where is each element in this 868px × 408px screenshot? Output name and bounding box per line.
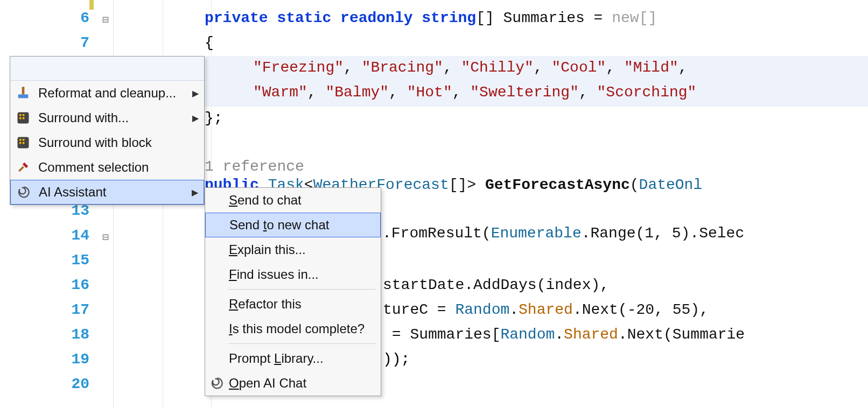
- menu-item-label: Find issues in...: [229, 267, 373, 282]
- menu-item-label: Send to new chat: [229, 217, 373, 233]
- svg-rect-15: [23, 142, 25, 144]
- submenu-arrow-icon: ▶: [192, 88, 199, 99]
- svg-rect-10: [23, 117, 25, 119]
- menu-item-label: Send to chat: [229, 193, 373, 208]
- code-text: ));: [383, 351, 868, 368]
- code-text: "Warm", "Balmy", "Hot", "Sweltering", "S…: [253, 84, 868, 101]
- code-text: "Freezing", "Bracing", "Chilly", "Cool",…: [253, 59, 868, 76]
- submenu-item-send-to-new-chat[interactable]: Send to new chat: [205, 213, 381, 237]
- menu-item-label: Prompt Library...: [229, 351, 373, 366]
- menu-item-surround-with-block[interactable]: Surround with block: [10, 130, 204, 155]
- svg-rect-9: [19, 117, 22, 119]
- line-number: 16: [46, 277, 89, 293]
- menu-item-label: AI Assistant: [39, 185, 196, 200]
- code-text: private static readonly string[] Summari…: [205, 10, 868, 26]
- fold-toggle[interactable]: ⊟: [100, 13, 111, 26]
- menu-item-surround-with-[interactable]: Surround with...▶: [10, 105, 204, 130]
- line-number: 17: [46, 301, 89, 318]
- svg-rect-5: [22, 87, 25, 94]
- menu-separator: [229, 343, 375, 344]
- menu-item-reformat-and-cleanup-[interactable]: Reformat and cleanup...▶: [10, 81, 204, 105]
- broom-icon: [16, 86, 31, 101]
- menu-item-label: Comment selection: [38, 160, 197, 175]
- submenu-item-refactor-this[interactable]: Refactor this: [205, 292, 381, 316]
- submenu-arrow-icon: ▶: [192, 187, 198, 198]
- menu-item-label: Is this model complete?: [229, 321, 373, 336]
- line-number: 18: [46, 326, 89, 343]
- submenu-item-explain-this-[interactable]: Explain this...: [205, 237, 381, 262]
- grid-icon: [16, 135, 31, 150]
- svg-rect-13: [23, 139, 25, 141]
- menu-item-ai-assistant[interactable]: AI Assistant▶: [10, 180, 204, 205]
- code-text: };: [205, 110, 868, 126]
- code-text: tureC = Random.Shared.Next(-20, 55),: [383, 301, 868, 318]
- context-menu[interactable]: Reformat and cleanup...▶Surround with...…: [10, 56, 205, 205]
- codelens-reference[interactable]: 1 reference: [205, 158, 868, 175]
- line-number: 19: [46, 351, 89, 368]
- spiral-icon: [209, 376, 225, 391]
- modification-marker: [89, 0, 94, 10]
- menu-item-label: Refactor this: [229, 297, 373, 312]
- context-submenu-ai[interactable]: Send to chatSend to new chatExplain this…: [205, 187, 381, 396]
- submenu-item-is-this-model-complete-[interactable]: Is this model complete?: [205, 316, 381, 341]
- code-text: startDate.AddDays(index),: [383, 277, 868, 293]
- line-number: 7: [46, 34, 89, 51]
- line-number: 14: [46, 227, 89, 244]
- svg-rect-12: [19, 139, 22, 141]
- hammer-icon: [16, 160, 31, 175]
- menu-item-label: Surround with...: [38, 110, 197, 125]
- fold-toggle[interactable]: ⊟: [100, 230, 111, 244]
- menu-item-label: Surround with block: [38, 135, 197, 150]
- submenu-item-find-issues-in-[interactable]: Find issues in...: [205, 262, 381, 287]
- spiral-icon: [16, 185, 31, 200]
- menu-item-label: Open AI Chat: [229, 376, 373, 391]
- line-number: 15: [46, 252, 89, 269]
- svg-rect-8: [23, 114, 25, 116]
- menu-item-label: Explain this...: [229, 242, 373, 257]
- svg-rect-16: [18, 166, 24, 172]
- code-text: .FromResult(Enumerable.Range(1, 5).Selec: [382, 225, 868, 242]
- menu-header: [10, 57, 204, 81]
- submenu-item-send-to-chat[interactable]: Send to chat: [205, 188, 381, 213]
- menu-item-comment-selection[interactable]: Comment selection: [10, 155, 204, 180]
- code-text: = Summaries[Random.Shared.Next(Summarie: [383, 326, 868, 343]
- menu-separator: [229, 289, 375, 290]
- svg-rect-14: [19, 142, 22, 144]
- svg-rect-7: [19, 114, 22, 116]
- submenu-arrow-icon: ▶: [192, 113, 199, 123]
- grid-icon: [16, 110, 31, 125]
- svg-rect-4: [18, 94, 29, 98]
- submenu-item-prompt-library-[interactable]: Prompt Library...: [205, 346, 381, 371]
- submenu-item-open-ai-chat[interactable]: Open AI Chat: [205, 371, 381, 396]
- code-text: {: [205, 34, 868, 51]
- menu-item-label: Reformat and cleanup...: [38, 86, 197, 101]
- line-number: 20: [46, 376, 89, 392]
- line-number: 6: [46, 10, 89, 26]
